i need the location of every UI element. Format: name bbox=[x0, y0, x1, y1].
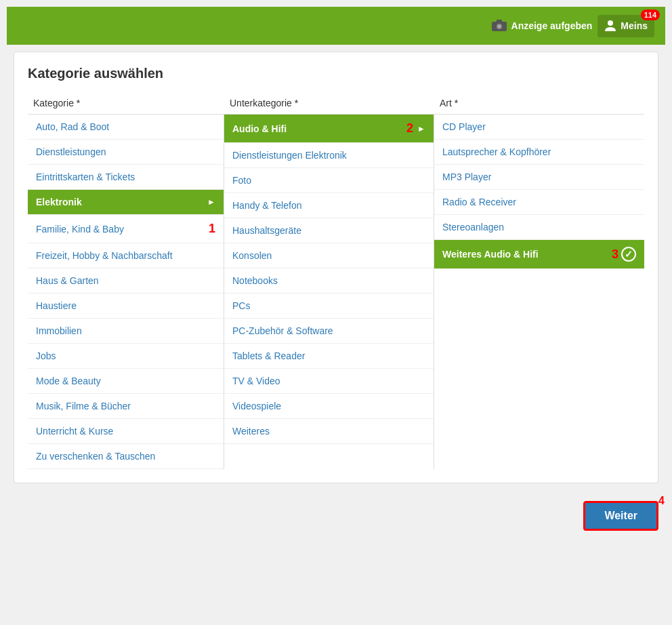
main-container: Kategorie auswählen Kategorie * Unterkat… bbox=[14, 52, 658, 483]
art-lautsprecher[interactable]: Lautsprecher & Kopfhörer bbox=[434, 140, 644, 165]
kategorie-verschenken[interactable]: Zu verschenken & Tauschen bbox=[28, 444, 224, 469]
kategorie-header: Kategorie * bbox=[28, 95, 224, 111]
unter-dienstleistungen[interactable]: Dienstleistungen Elektronik bbox=[224, 143, 434, 168]
columns-header: Kategorie * Unterkategorie * Art * bbox=[28, 95, 644, 111]
notification-badge: 114 bbox=[641, 9, 660, 20]
svg-point-3 bbox=[497, 24, 501, 28]
anzeige-label: Anzeige aufgeben bbox=[511, 20, 593, 31]
kategorie-jobs[interactable]: Jobs bbox=[28, 344, 224, 369]
kategorie-eintrittskarten[interactable]: Eintrittskarten & Tickets bbox=[28, 165, 224, 190]
unterkategorie-header: Unterkategorie * bbox=[224, 95, 434, 111]
svg-rect-1 bbox=[497, 20, 502, 23]
art-weiteres-audio[interactable]: Weiteres Audio & Hifi 3 ✓ bbox=[434, 240, 644, 269]
kategorie-elektronik[interactable]: Elektronik ► bbox=[28, 190, 224, 215]
unter-handy[interactable]: Handy & Telefon bbox=[224, 193, 434, 218]
meins-label: Meins bbox=[621, 20, 648, 31]
unterkategorie-column: Audio & Hifi 2 ► Dienstleistungen Elektr… bbox=[224, 115, 434, 469]
kategorie-immobilien[interactable]: Immobilien bbox=[28, 319, 224, 344]
art-radio[interactable]: Radio & Receiver bbox=[434, 190, 644, 215]
arrow-right-icon: ► bbox=[207, 197, 215, 207]
unter-pc-zubehoer[interactable]: PC-Zubehör & Software bbox=[224, 319, 434, 344]
kategorie-familie[interactable]: Familie, Kind & Baby 1 bbox=[28, 215, 224, 243]
meins-button[interactable]: Meins 114 bbox=[597, 15, 654, 37]
kategorie-freizeit[interactable]: Freizeit, Hobby & Nachbarschaft bbox=[28, 243, 224, 268]
kategorie-musik[interactable]: Musik, Filme & Bücher bbox=[28, 394, 224, 419]
kategorie-column: Auto, Rad & Boot Dienstleistungen Eintri… bbox=[28, 115, 224, 469]
header: Anzeige aufgeben Meins 114 bbox=[7, 7, 665, 45]
kategorie-mode[interactable]: Mode & Beauty bbox=[28, 369, 224, 394]
unter-foto[interactable]: Foto bbox=[224, 168, 434, 193]
kategorie-haus[interactable]: Haus & Garten bbox=[28, 268, 224, 294]
audio-arrow-icon: ► bbox=[417, 124, 425, 134]
page-title: Kategorie auswählen bbox=[28, 66, 644, 81]
unter-videospiele[interactable]: Videospiele bbox=[224, 394, 434, 419]
footer: Weiter bbox=[7, 490, 665, 542]
unter-konsolen[interactable]: Konsolen bbox=[224, 243, 434, 268]
art-stereoanlagen[interactable]: Stereoanlagen bbox=[434, 215, 644, 240]
svg-point-4 bbox=[608, 20, 613, 26]
kategorie-haustiere[interactable]: Haustiere bbox=[28, 294, 224, 319]
art-header: Art * bbox=[434, 95, 644, 111]
unter-tv[interactable]: TV & Video bbox=[224, 369, 434, 394]
check-icon: ✓ bbox=[621, 247, 636, 262]
camera-icon bbox=[491, 19, 507, 33]
person-icon bbox=[604, 19, 616, 33]
kategorie-unterricht[interactable]: Unterricht & Kurse bbox=[28, 419, 224, 444]
weiter-button[interactable]: Weiter bbox=[583, 501, 658, 531]
unter-pcs[interactable]: PCs bbox=[224, 294, 434, 319]
unter-tablets[interactable]: Tablets & Reader bbox=[224, 344, 434, 369]
unter-weiteres[interactable]: Weiteres bbox=[224, 419, 434, 444]
kategorie-auto[interactable]: Auto, Rad & Boot bbox=[28, 115, 224, 140]
anzeige-button[interactable]: Anzeige aufgeben bbox=[491, 19, 593, 33]
unter-haushaltsgeraete[interactable]: Haushaltsgeräte bbox=[224, 218, 434, 243]
kategorie-dienstleistungen[interactable]: Dienstleistungen bbox=[28, 140, 224, 165]
columns-body: Auto, Rad & Boot Dienstleistungen Eintri… bbox=[28, 114, 644, 469]
art-cd-player[interactable]: CD Player bbox=[434, 115, 644, 140]
unter-notebooks[interactable]: Notebooks bbox=[224, 268, 434, 294]
art-mp3[interactable]: MP3 Player bbox=[434, 165, 644, 190]
art-column: CD Player Lautsprecher & Kopfhörer MP3 P… bbox=[434, 115, 644, 469]
unter-audio[interactable]: Audio & Hifi 2 ► bbox=[224, 115, 434, 143]
